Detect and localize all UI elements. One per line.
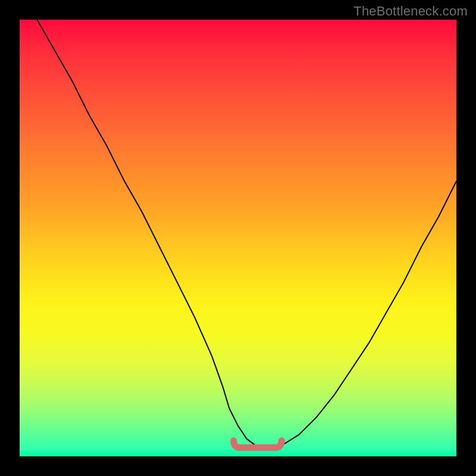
flat-bottom-marker bbox=[234, 441, 282, 448]
bottleneck-curve bbox=[37, 20, 456, 447]
curve-layer bbox=[20, 20, 456, 456]
attribution-text: TheBottleneck.com bbox=[353, 4, 468, 19]
plot-area bbox=[20, 20, 456, 456]
chart-canvas: TheBottleneck.com bbox=[0, 0, 476, 476]
